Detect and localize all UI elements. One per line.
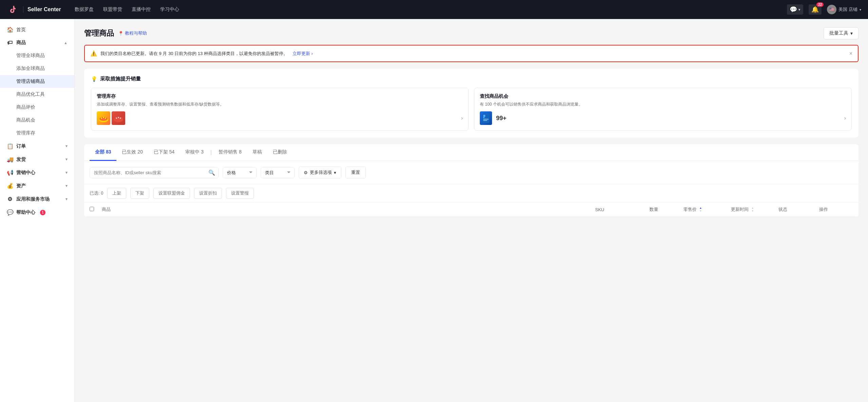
bulk-alert-button[interactable]: 设置警报 <box>226 188 254 199</box>
th-update-time[interactable]: 更新时间 ▲ ▼ <box>731 206 778 213</box>
sidebar-group-marketing[interactable]: 📢 营销中心 ▾ <box>0 166 74 179</box>
svg-rect-14 <box>483 120 487 121</box>
bulk-list-button[interactable]: 上架 <box>107 188 126 199</box>
bulk-list-label: 上架 <box>112 190 121 196</box>
menu-affiliate[interactable]: 联盟带货 <box>103 5 122 14</box>
th-actions-label: 操作 <box>819 207 828 212</box>
alert-link[interactable]: 立即更新 › <box>293 51 313 57</box>
sidebar-group-help[interactable]: 💬 帮助中心 1 <box>0 206 74 219</box>
selected-count: 已选: 0 <box>90 190 103 196</box>
bulk-commission-button[interactable]: 设置联盟佣金 <box>153 188 190 199</box>
tab-active-label: 已生效 20 <box>122 149 143 154</box>
boost-icon: 💡 <box>91 76 97 82</box>
shipping-chevron: ▾ <box>65 157 68 162</box>
apps-chevron: ▾ <box>65 197 68 201</box>
bulk-delist-button[interactable]: 下架 <box>130 188 149 199</box>
user-dropdown-icon: ▾ <box>860 8 861 12</box>
boost-card-opp-title: 查找商品机会 <box>480 93 846 99</box>
sidebar-item-inventory[interactable]: 管理库存 <box>0 127 74 140</box>
page-title-area: 管理商品 📍 教程与帮助 <box>84 28 147 38</box>
sidebar-group-shipping[interactable]: 🚚 发货 ▾ <box>0 153 74 166</box>
help-link-label: 教程与帮助 <box>125 30 147 36</box>
price-filter[interactable]: 价格 <box>223 167 257 178</box>
tab-delisted[interactable]: 已下架 54 <box>148 144 180 161</box>
selected-prefix: 已选: <box>90 190 101 196</box>
tab-all[interactable]: 全部 83 <box>90 144 116 161</box>
sidebar-item-opportunities[interactable]: 商品机会 <box>0 114 74 127</box>
sidebar-help-label: 帮助中心 <box>16 209 35 216</box>
menu-learn[interactable]: 学习中心 <box>160 5 179 14</box>
tab-draft[interactable]: 草稿 <box>247 144 267 161</box>
more-filters-chevron: ▾ <box>334 170 336 175</box>
selected-count-value: 0 <box>101 190 103 196</box>
sidebar-group-assets[interactable]: 💰 资产 ▾ <box>0 179 74 193</box>
price-sort-icon: ▲ ▼ <box>699 207 702 213</box>
chat-button[interactable]: 💬 ▾ <box>787 4 803 15</box>
sidebar-group-products[interactable]: 🏷 商品 ▲ <box>0 36 74 49</box>
sidebar-global-products-label: 管理全球商品 <box>16 53 45 59</box>
search-icon[interactable]: 🔍 <box>208 169 215 176</box>
tab-review-label: 审核中 3 <box>185 149 204 154</box>
help-link[interactable]: 📍 教程与帮助 <box>118 30 147 36</box>
tabs-bar: 全部 83 已生效 20 已下架 54 审核中 3 | 暂停销售 8 草稿 <box>84 144 858 161</box>
user-menu[interactable]: 🇺🇸 美国 店铺 ▾ <box>827 5 861 14</box>
th-quantity: 数量 <box>649 206 683 213</box>
notification-button[interactable]: 🔔 22 <box>809 4 822 15</box>
sidebar-group-apps[interactable]: ⚙ 应用和服务市场 ▾ <box>0 193 74 206</box>
tab-deleted[interactable]: 已删除 <box>267 144 293 161</box>
marketing-chevron: ▾ <box>65 170 68 175</box>
pin-icon: 📍 <box>118 31 124 36</box>
bulk-tools-label: 批量工具 <box>829 30 848 36</box>
menu-data[interactable]: 数据罗盘 <box>75 5 94 14</box>
boost-card-inventory-desc: 添加或调整库存、设置警报、查看预测销售数据和低库存/缺货数据等。 <box>97 102 463 107</box>
th-price[interactable]: 零售价 ▲ ▼ <box>683 206 731 213</box>
chat-dropdown-icon: ▾ <box>798 7 800 12</box>
product-thumb-1 <box>97 111 110 125</box>
bulk-discount-button[interactable]: 设置折扣 <box>194 188 222 199</box>
select-all-checkbox[interactable] <box>90 207 94 211</box>
sidebar-item-manage-store[interactable]: 管理店铺商品 <box>0 75 74 88</box>
boost-card-opportunities[interactable]: 查找商品机会 有 100 个机会可以销售供不应求商品和获取商品浏览量。 99+ … <box>474 88 852 131</box>
bulk-delist-label: 下架 <box>135 190 144 196</box>
svg-rect-0 <box>7 3 19 16</box>
svg-point-7 <box>116 117 117 119</box>
alert-close-button[interactable]: × <box>849 51 852 57</box>
tab-active[interactable]: 已生效 20 <box>116 144 148 161</box>
sidebar-marketing-label: 营销中心 <box>16 170 35 176</box>
tab-delisted-label: 已下架 54 <box>154 149 174 154</box>
sidebar-item-home[interactable]: 🏠 首页 <box>0 23 74 36</box>
tab-review[interactable]: 审核中 3 <box>180 144 209 161</box>
avatar: 🇺🇸 <box>827 5 836 14</box>
category-filter[interactable]: 类目 <box>261 167 295 178</box>
sidebar-inventory-label: 管理库存 <box>16 130 35 136</box>
sidebar-group-orders[interactable]: 📋 订单 ▾ <box>0 140 74 153</box>
svg-point-4 <box>103 117 104 118</box>
boost-card-inventory-footer: › <box>97 111 463 125</box>
th-checkbox[interactable] <box>90 207 102 212</box>
sidebar-item-add-global[interactable]: 添加全球商品 <box>0 62 74 75</box>
svg-point-9 <box>120 117 121 119</box>
bulk-tools-chevron-icon: ▾ <box>850 31 853 36</box>
boost-section: 💡 采取措施提升销量 管理库存 添加或调整库存、设置警报、查看预测销售数据和低库… <box>84 69 858 138</box>
sidebar-assets-label: 资产 <box>16 183 26 189</box>
tab-suspended[interactable]: 暂停销售 8 <box>213 144 247 161</box>
sidebar-orders-label: 订单 <box>16 143 26 149</box>
chat-icon: 💬 <box>790 6 797 13</box>
brand-logo[interactable]: Seller Center <box>7 3 61 16</box>
sidebar-item-optimize[interactable]: 商品优化工具 <box>0 88 74 101</box>
boost-card-inventory[interactable]: 管理库存 添加或调整库存、设置警报、查看预测销售数据和低库存/缺货数据等。 <box>91 88 469 131</box>
assets-chevron: ▾ <box>65 184 68 188</box>
tab-divider: | <box>209 144 213 161</box>
sidebar-item-global-products[interactable]: 管理全球商品 <box>0 49 74 62</box>
sidebar-item-reviews[interactable]: 商品评价 <box>0 101 74 114</box>
marketing-icon: 📢 <box>7 169 13 176</box>
products-chevron: ▲ <box>64 41 68 45</box>
bulk-tools-button[interactable]: 批量工具 ▾ <box>824 27 858 39</box>
reset-button[interactable]: 重置 <box>345 166 366 179</box>
th-price-label: 零售价 <box>683 207 697 212</box>
search-input[interactable] <box>90 167 219 178</box>
tab-all-label: 全部 83 <box>95 149 111 154</box>
inventory-arrow-icon: › <box>461 115 463 121</box>
more-filters-button[interactable]: ⚙ 更多筛选项 ▾ <box>299 166 341 179</box>
menu-live[interactable]: 直播中控 <box>132 5 151 14</box>
